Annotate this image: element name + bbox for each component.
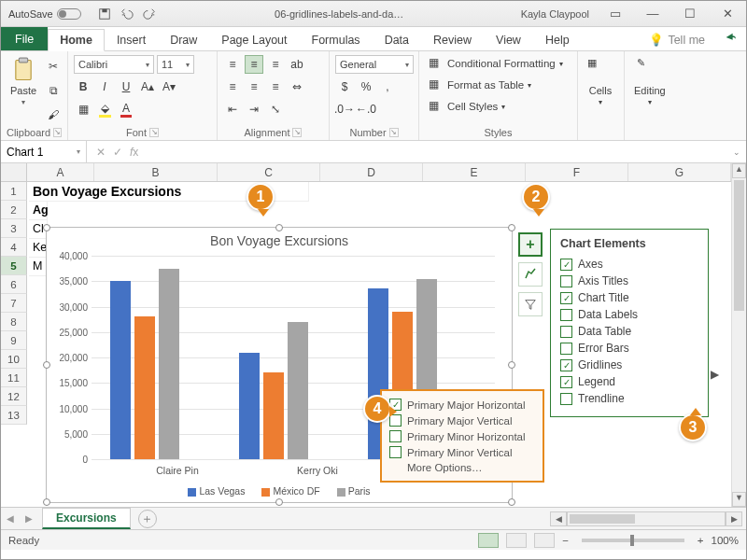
percent-icon[interactable]: % — [357, 77, 375, 96]
redo-icon[interactable] — [143, 7, 156, 21]
col-header[interactable]: F — [526, 163, 628, 181]
tab-draw[interactable]: Draw — [158, 29, 209, 50]
tab-data[interactable]: Data — [373, 29, 421, 50]
sheet-nav-prev[interactable]: ◀ — [1, 513, 20, 524]
paste-button[interactable]: Paste ▾ — [7, 55, 40, 108]
chart-filters-button[interactable] — [518, 292, 543, 316]
cell-a5[interactable]: M — [29, 257, 48, 276]
zoom-in-icon[interactable]: + — [698, 535, 704, 546]
row-header[interactable]: 9 — [1, 331, 27, 350]
row-header[interactable]: 10 — [1, 350, 27, 369]
chart-bar[interactable] — [134, 316, 155, 459]
tab-view[interactable]: View — [484, 29, 533, 50]
chart-element-option[interactable]: Data Table — [560, 323, 698, 340]
chart-element-option[interactable]: Axis Titles — [560, 273, 698, 289]
col-header[interactable]: G — [628, 163, 731, 181]
bold-icon[interactable]: B — [74, 77, 92, 96]
sheet-tab[interactable]: Excursions — [42, 508, 131, 529]
cell-a4[interactable]: Ke — [29, 238, 48, 258]
legend-item[interactable]: México DF — [261, 485, 319, 497]
save-icon[interactable] — [98, 7, 111, 21]
align-middle-icon[interactable]: ≡ — [245, 55, 263, 74]
scroll-right-icon[interactable]: ▶ — [726, 511, 742, 526]
close-icon[interactable]: ✕ — [709, 1, 746, 27]
font-size-dropdown[interactable]: 11▾ — [157, 55, 194, 74]
gridline-option[interactable]: ✓Primary Major Horizontal — [389, 397, 535, 413]
tell-me[interactable]: 💡Tell me — [640, 29, 714, 50]
worksheet-grid[interactable]: A B C D E F G 1 2 3 4 5 6 7 8 9 10 11 12… — [1, 163, 746, 507]
chart-bar[interactable] — [263, 372, 284, 459]
italic-icon[interactable]: I — [95, 77, 114, 96]
chart-element-option[interactable]: ✓Legend — [560, 373, 698, 390]
share-button[interactable] — [714, 27, 746, 50]
chart-element-option[interactable]: Data Labels — [560, 306, 698, 323]
chart-element-option[interactable]: ✓Gridlines — [560, 357, 698, 373]
dialog-launcher-icon[interactable]: ↘ — [53, 128, 62, 137]
col-header[interactable]: E — [423, 163, 526, 181]
select-all-corner[interactable] — [1, 163, 27, 181]
dialog-launcher-icon[interactable]: ↘ — [149, 128, 159, 137]
row-header[interactable]: 3 — [1, 219, 27, 238]
enter-formula-icon[interactable]: ✓ — [113, 146, 122, 159]
user-name[interactable]: Kayla Claypool — [514, 8, 597, 20]
increase-font-icon[interactable]: A▴ — [138, 77, 157, 96]
number-format-dropdown[interactable]: General▾ — [335, 55, 414, 74]
copy-icon[interactable]: ⧉ — [44, 81, 63, 100]
font-color-icon[interactable]: A — [117, 100, 135, 119]
cells-button[interactable]: ▦Cells▾ — [584, 55, 617, 108]
legend-item[interactable]: Las Vegas — [188, 485, 245, 497]
row-header[interactable]: 6 — [1, 275, 27, 294]
dialog-launcher-icon[interactable]: ↘ — [292, 128, 302, 137]
fx-icon[interactable]: fx — [130, 146, 138, 159]
col-header[interactable]: D — [320, 163, 423, 181]
increase-indent-icon[interactable]: ⇥ — [245, 100, 263, 119]
tab-insert[interactable]: Insert — [105, 29, 158, 50]
zoom-out-icon[interactable]: − — [562, 535, 569, 546]
page-layout-view-icon[interactable] — [506, 533, 527, 548]
chart-bar[interactable] — [159, 269, 179, 459]
tab-formulas[interactable]: Formulas — [300, 29, 373, 50]
align-left-icon[interactable]: ≡ — [223, 77, 242, 96]
cancel-formula-icon[interactable]: ✕ — [96, 146, 106, 159]
borders-icon[interactable]: ▦ — [74, 100, 92, 119]
row-header[interactable]: 11 — [1, 369, 27, 387]
chart-element-option[interactable]: ✓Axes — [560, 256, 698, 273]
wrap-text-icon[interactable]: ab — [288, 55, 306, 74]
underline-icon[interactable]: U — [117, 77, 135, 96]
chart-styles-button[interactable] — [518, 262, 543, 287]
chart-legend[interactable]: Las Vegas México DF Paris — [47, 485, 512, 497]
increase-decimal-icon[interactable]: .0→ — [335, 100, 354, 119]
chart-elements-button[interactable]: + — [518, 232, 543, 257]
sheet-nav-next[interactable]: ▶ — [20, 513, 38, 524]
chart-bar[interactable] — [239, 353, 260, 459]
row-header[interactable]: 5 — [1, 257, 27, 275]
font-name-dropdown[interactable]: Calibri▾ — [74, 55, 154, 74]
zoom-slider[interactable] — [582, 539, 684, 542]
tab-page-layout[interactable]: Page Layout — [209, 29, 299, 50]
scroll-left-icon[interactable]: ◀ — [550, 511, 567, 526]
normal-view-icon[interactable] — [478, 533, 499, 548]
undo-icon[interactable] — [120, 7, 134, 21]
conditional-formatting-button[interactable]: ▦Conditional Formatting▾ — [425, 55, 567, 72]
currency-icon[interactable]: $ — [335, 77, 354, 96]
tab-review[interactable]: Review — [421, 29, 484, 50]
merge-icon[interactable]: ⇔ — [288, 77, 306, 96]
dialog-launcher-icon[interactable]: ↘ — [389, 128, 399, 137]
align-top-icon[interactable]: ≡ — [223, 55, 242, 74]
scroll-down-icon[interactable]: ▼ — [732, 492, 746, 507]
ribbon-options-icon[interactable]: ▭ — [597, 1, 634, 27]
submenu-arrow-icon[interactable]: ▶ — [711, 368, 719, 381]
zoom-level[interactable]: 100% — [712, 535, 739, 546]
minimize-icon[interactable]: — — [634, 1, 671, 27]
vertical-scrollbar[interactable]: ▲ ▼ — [731, 163, 746, 507]
decrease-font-icon[interactable]: A▾ — [160, 77, 178, 96]
row-header[interactable]: 7 — [1, 294, 27, 313]
align-bottom-icon[interactable]: ≡ — [266, 55, 285, 74]
decrease-indent-icon[interactable]: ⇤ — [223, 100, 242, 119]
gridline-option[interactable]: Primary Major Vertical — [389, 413, 535, 428]
row-header[interactable]: 1 — [1, 182, 27, 201]
page-break-view-icon[interactable] — [534, 533, 555, 548]
expand-formula-icon[interactable]: ⌄ — [727, 147, 746, 157]
gridline-option[interactable]: Primary Minor Vertical — [389, 444, 535, 460]
row-header[interactable]: 2 — [1, 201, 27, 219]
